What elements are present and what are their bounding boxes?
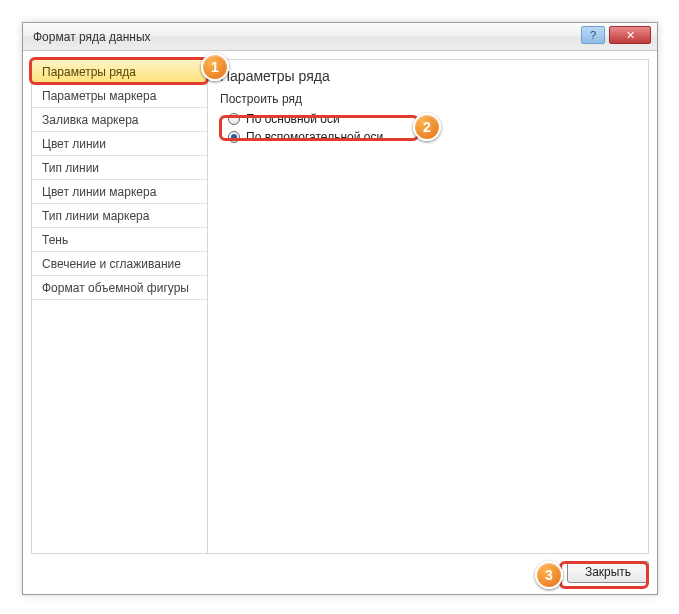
close-icon: ✕ (626, 29, 635, 42)
close-button-label: Закрыть (585, 565, 631, 579)
sidebar-item-label: Свечение и сглаживание (42, 257, 181, 271)
sidebar-item-label: Тип линии (42, 161, 99, 175)
sidebar-item-label: Тень (42, 233, 68, 247)
radio-icon (228, 113, 240, 125)
sidebar-item-label: Параметры маркера (42, 89, 156, 103)
sidebar-item-shadow[interactable]: Тень (32, 228, 207, 252)
sidebar-item-glow-softening[interactable]: Свечение и сглаживание (32, 252, 207, 276)
sidebar-item-3d-format[interactable]: Формат объемной фигуры (32, 276, 207, 300)
group-label: Построить ряд (220, 92, 636, 106)
dialog-window: Формат ряда данных ? ✕ Параметры ряда Па… (22, 22, 658, 595)
sidebar-item-label: Цвет линии маркера (42, 185, 156, 199)
radio-label: По основной оси (246, 112, 340, 126)
radio-icon (228, 131, 240, 143)
pane-title: Параметры ряда (220, 68, 636, 84)
sidebar: Параметры ряда Параметры маркера Заливка… (31, 59, 207, 554)
sidebar-item-label: Заливка маркера (42, 113, 139, 127)
sidebar-item-label: Формат объемной фигуры (42, 281, 189, 295)
sidebar-item-series-options[interactable]: Параметры ряда (32, 60, 207, 84)
window-close-button[interactable]: ✕ (609, 26, 651, 44)
close-button[interactable]: Закрыть (567, 561, 649, 583)
sidebar-item-label: Тип линии маркера (42, 209, 149, 223)
client-area: Параметры ряда Параметры маркера Заливка… (31, 59, 649, 554)
titlebar-controls: ? ✕ (581, 26, 651, 44)
help-icon: ? (590, 29, 596, 41)
window-title: Формат ряда данных (33, 30, 151, 44)
sidebar-item-marker-line-style[interactable]: Тип линии маркера (32, 204, 207, 228)
radio-label: По вспомогательной оси (246, 130, 383, 144)
sidebar-item-label: Параметры ряда (42, 65, 136, 79)
sidebar-item-marker-options[interactable]: Параметры маркера (32, 84, 207, 108)
sidebar-item-line-color[interactable]: Цвет линии (32, 132, 207, 156)
radio-secondary-axis[interactable]: По вспомогательной оси (220, 128, 636, 146)
sidebar-item-marker-fill[interactable]: Заливка маркера (32, 108, 207, 132)
sidebar-item-line-style[interactable]: Тип линии (32, 156, 207, 180)
content-pane: Параметры ряда Построить ряд По основной… (207, 59, 649, 554)
help-button[interactable]: ? (581, 26, 605, 44)
titlebar: Формат ряда данных ? ✕ (23, 23, 657, 51)
sidebar-item-label: Цвет линии (42, 137, 106, 151)
footer: Закрыть (31, 558, 649, 586)
sidebar-item-marker-line-color[interactable]: Цвет линии маркера (32, 180, 207, 204)
radio-primary-axis[interactable]: По основной оси (220, 110, 636, 128)
